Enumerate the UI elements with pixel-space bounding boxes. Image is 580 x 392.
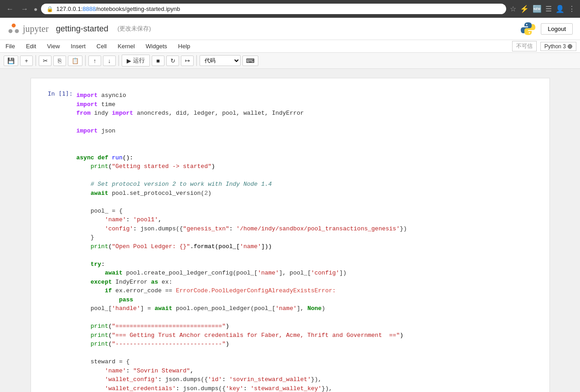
jupyter-brand-text: jupyter xyxy=(23,24,49,34)
url-text: 127.0.0.1:8888/notebooks/getting-started… xyxy=(56,5,180,12)
jupyter-logo-icon xyxy=(7,22,20,35)
notebook-title[interactable]: getting-started xyxy=(56,24,108,34)
browser-actions: ☆ ⚡ 🆕 ☰ 👤 ⋮ xyxy=(510,5,575,13)
menu-icon[interactable]: ☰ xyxy=(545,5,552,13)
kernel-status-dot xyxy=(568,44,572,49)
run-button[interactable]: ▶ 运行 xyxy=(122,55,150,66)
move-up-button[interactable]: ↑ xyxy=(88,56,101,66)
cell-type-select[interactable]: 代码 Markdown xyxy=(200,55,241,66)
restart-run-button[interactable]: ↦ xyxy=(181,56,194,66)
logout-button[interactable]: Logout xyxy=(541,23,573,35)
code-cell-1: In [1]: import asyncio import time from … xyxy=(31,87,549,392)
kernel-label: Python 3 xyxy=(544,43,566,50)
more-icon[interactable]: ⋮ xyxy=(568,5,575,13)
toolbar-separator-4 xyxy=(196,55,197,66)
paste-button[interactable]: 📋 xyxy=(68,56,82,66)
menu-file[interactable]: File xyxy=(0,41,21,51)
menu-bar: File Edit View Insert Cell Kernel Widget… xyxy=(0,40,580,53)
svg-point-3 xyxy=(526,24,528,25)
jupyter-header: jupyter getting-started (更改未保存) Logout xyxy=(0,18,580,40)
svg-point-4 xyxy=(529,32,530,34)
menu-insert[interactable]: Insert xyxy=(65,41,91,51)
python-icon xyxy=(521,21,535,36)
url-path: /notebooks/getting-started.ipynb xyxy=(96,5,180,12)
save-button[interactable]: 💾 xyxy=(4,56,18,66)
menu-view[interactable]: View xyxy=(41,41,65,51)
address-bar[interactable]: 🔒 127.0.0.1:8888/notebooks/getting-start… xyxy=(41,4,506,14)
browser-chrome: ← → ● 🔒 127.0.0.1:8888/notebooks/getting… xyxy=(0,0,580,18)
toolbar-separator-1 xyxy=(36,55,36,66)
menu-kernel[interactable]: Kernel xyxy=(112,41,140,51)
keyboard-shortcut-button[interactable]: ⌨ xyxy=(242,56,258,66)
unsaved-badge: (更改未保存) xyxy=(118,25,151,33)
add-cell-button[interactable]: + xyxy=(20,56,33,66)
svg-point-1 xyxy=(9,29,13,33)
forward-button[interactable]: → xyxy=(19,4,30,14)
toolbar-separator-2 xyxy=(85,55,86,66)
svg-point-2 xyxy=(15,29,19,33)
interrupt-button[interactable]: ■ xyxy=(152,56,164,66)
menu-edit[interactable]: Edit xyxy=(21,41,41,51)
copy-button[interactable]: ⎘ xyxy=(53,56,66,66)
url-host: 127.0.0.1: xyxy=(56,5,82,12)
run-label: 运行 xyxy=(133,56,145,65)
main-content: In [1]: import asyncio import time from … xyxy=(0,69,580,392)
svg-point-0 xyxy=(12,24,16,28)
toolbar-separator-3 xyxy=(118,55,119,66)
lock-icon: 🔒 xyxy=(46,6,53,12)
extensions-icon[interactable]: ⚡ xyxy=(520,5,529,13)
header-right: Logout xyxy=(521,21,573,36)
cell-label: In [1]: xyxy=(31,89,77,392)
star-icon[interactable]: ☆ xyxy=(510,5,516,13)
cut-button[interactable]: ✂ xyxy=(39,56,51,66)
puzzle-icon[interactable]: 🆕 xyxy=(533,5,542,13)
jupyter-logo: jupyter xyxy=(7,22,49,35)
notebook-container: In [1]: import asyncio import time from … xyxy=(31,78,550,392)
trust-badge[interactable]: 不可信 xyxy=(512,41,537,51)
refresh-button[interactable]: ● xyxy=(34,5,37,13)
menu-cell[interactable]: Cell xyxy=(91,41,112,51)
kernel-badge: Python 3 xyxy=(540,42,576,51)
profile-icon[interactable]: 👤 xyxy=(555,5,565,13)
cell-content[interactable]: import asyncio import time from indy imp… xyxy=(77,89,549,392)
url-port: 8888 xyxy=(82,5,96,12)
run-icon: ▶ xyxy=(127,57,131,64)
move-down-button[interactable]: ↓ xyxy=(103,56,116,66)
restart-button[interactable]: ↻ xyxy=(166,56,179,66)
menu-widgets[interactable]: Widgets xyxy=(140,41,173,51)
back-button[interactable]: ← xyxy=(5,4,15,14)
toolbar: 💾 + ✂ ⎘ 📋 ↑ ↓ ▶ 运行 ■ ↻ ↦ 代码 Markdown ⌨ xyxy=(0,53,580,69)
code-block: import asyncio import time from indy imp… xyxy=(77,91,549,392)
menu-help[interactable]: Help xyxy=(173,41,196,51)
